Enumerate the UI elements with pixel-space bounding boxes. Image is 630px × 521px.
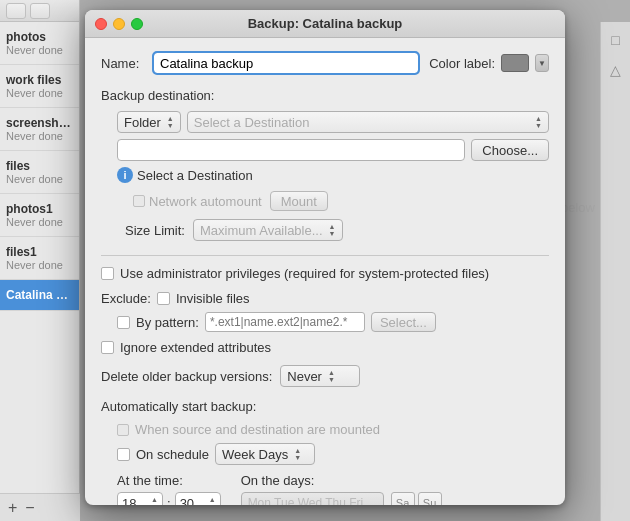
minutes-stepper[interactable]: 30 ▲ ▼	[175, 492, 221, 505]
day-su-button[interactable]: Su	[418, 492, 442, 505]
backup-destination-label: Backup destination:	[101, 88, 549, 103]
sidebar-item-files[interactable]: files Never done	[0, 151, 79, 194]
size-limit-label: Size Limit:	[125, 223, 185, 238]
invisible-files-label: Invisible files	[176, 291, 250, 306]
name-row: Name: Color label: ▼	[101, 52, 549, 74]
color-swatch[interactable]	[501, 54, 529, 72]
name-input[interactable]	[153, 52, 419, 74]
exclude-row: Exclude: Invisible files	[101, 291, 549, 306]
path-input[interactable]	[117, 139, 465, 161]
delete-label: Delete older backup versions:	[101, 369, 272, 384]
admin-row: Use administrator privileges (required f…	[101, 266, 549, 281]
destination-row: Folder ▲ ▼ Select a Destination ▲ ▼	[117, 111, 549, 133]
pattern-input[interactable]	[205, 312, 365, 332]
info-icon: i	[117, 167, 133, 183]
admin-checkbox[interactable]	[101, 267, 114, 280]
window-titlebar: Backup: Catalina backup	[85, 10, 565, 38]
time-days-row: At the time: 18 ▲ ▼ : 30	[101, 473, 549, 505]
hours-stepper[interactable]: 18 ▲ ▼	[117, 492, 163, 505]
color-dropdown-button[interactable]: ▼	[535, 54, 549, 72]
sidebar-item-catalina[interactable]: Catalina b...	[0, 280, 79, 311]
size-limit-select[interactable]: Maximum Available... ▲ ▼	[193, 219, 343, 241]
on-schedule-checkbox[interactable]	[117, 448, 130, 461]
never-select[interactable]: Never ▲ ▼	[280, 365, 360, 387]
right-panel: □ △	[600, 22, 630, 521]
divider-1	[101, 255, 549, 256]
choose-button[interactable]: Choose...	[471, 139, 549, 161]
sidebar-toggle-icon[interactable]	[6, 3, 26, 19]
at-time-label: At the time:	[117, 473, 221, 488]
network-automount-label: Network automount	[133, 194, 262, 209]
document-icon[interactable]: □	[606, 30, 626, 50]
by-pattern-checkbox[interactable]	[117, 316, 130, 329]
schedule-row: On schedule Week Days ▲ ▼	[101, 443, 549, 465]
day-sa-button[interactable]: Sa	[391, 492, 415, 505]
sidebar-item-workfiles[interactable]: work files Never done	[0, 65, 79, 108]
exclude-section: Exclude: Invisible files By pattern: Sel…	[101, 291, 549, 332]
sidebar-item-photos1[interactable]: photos1 Never done	[0, 194, 79, 237]
path-row: Choose...	[117, 139, 549, 161]
color-label-section: Color label: ▼	[429, 54, 549, 72]
info-row: i Select a Destination	[117, 167, 549, 183]
when-mounted-label: When source and destination are mounted	[135, 422, 380, 437]
admin-label: Use administrator privileges (required f…	[120, 266, 489, 281]
close-button[interactable]	[95, 18, 107, 30]
time-colon: :	[167, 496, 171, 506]
exclude-label: Exclude:	[101, 291, 151, 306]
mount-button[interactable]: Mount	[270, 191, 328, 211]
window-body: Name: Color label: ▼ Backup destination:…	[85, 38, 565, 505]
color-label-text: Color label:	[429, 56, 495, 71]
remove-backup-button[interactable]: −	[25, 500, 34, 516]
name-label: Name:	[101, 56, 143, 71]
size-limit-row: Size Limit: Maximum Available... ▲ ▼	[117, 219, 549, 241]
pattern-select-button[interactable]: Select...	[371, 312, 436, 332]
week-days-select[interactable]: Week Days ▲ ▼	[215, 443, 315, 465]
days-schedule-dropdown[interactable]: Mon Tue Wed Thu Fri ...	[241, 492, 384, 505]
network-row: Network automount Mount	[117, 191, 549, 211]
extended-row: Ignore extended attributes	[101, 340, 549, 355]
time-section: At the time: 18 ▲ ▼ : 30	[117, 473, 221, 505]
days-section: On the days: Mon Tue Wed Thu Fri ... Sa …	[241, 473, 442, 505]
on-days-label: On the days:	[241, 473, 442, 488]
sidebar-controls: + −	[0, 493, 80, 521]
sidebar-item-screenshots[interactable]: screenshots Never done	[0, 108, 79, 151]
auto-backup-section: Automatically start backup: When source …	[101, 399, 549, 505]
sidebar-item-photos[interactable]: photos Never done	[0, 22, 79, 65]
minimize-button[interactable]	[113, 18, 125, 30]
auto-backup-label: Automatically start backup:	[101, 399, 549, 414]
list-icon[interactable]	[30, 3, 50, 19]
sidebar-item-files1[interactable]: files1 Never done	[0, 237, 79, 280]
backup-window: Backup: Catalina backup Name: Color labe…	[85, 10, 565, 505]
add-backup-button[interactable]: +	[8, 500, 17, 516]
maximize-button[interactable]	[131, 18, 143, 30]
sidebar: photos Never done work files Never done …	[0, 0, 80, 521]
delete-row: Delete older backup versions: Never ▲ ▼	[101, 365, 549, 387]
ignore-extended-label: Ignore extended attributes	[120, 340, 271, 355]
destination-select[interactable]: Select a Destination ▲ ▼	[187, 111, 549, 133]
network-automount-checkbox[interactable]	[133, 195, 145, 207]
pattern-row: By pattern: Select...	[101, 312, 549, 332]
when-mounted-checkbox[interactable]	[117, 424, 129, 436]
when-mounted-row: When source and destination are mounted	[101, 422, 549, 437]
folder-select[interactable]: Folder ▲ ▼	[117, 111, 181, 133]
window-title: Backup: Catalina backup	[248, 16, 403, 31]
clock-icon[interactable]: △	[606, 60, 626, 80]
on-schedule-label: On schedule	[136, 447, 209, 462]
invisible-files-checkbox[interactable]	[157, 292, 170, 305]
time-inputs: 18 ▲ ▼ : 30 ▲ ▼	[117, 492, 221, 505]
info-text: Select a Destination	[137, 168, 253, 183]
by-pattern-label: By pattern:	[136, 315, 199, 330]
window-controls	[95, 18, 143, 30]
ignore-extended-checkbox[interactable]	[101, 341, 114, 354]
